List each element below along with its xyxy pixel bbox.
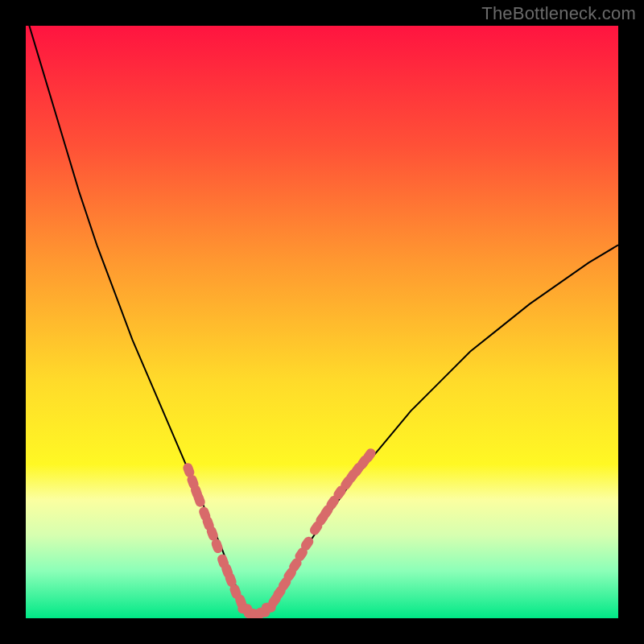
chart-frame: TheBottleneck.com <box>0 0 644 644</box>
plot-area <box>26 26 618 618</box>
marker-group <box>182 447 378 618</box>
watermark-text: TheBottleneck.com <box>481 3 636 24</box>
chart-svg <box>26 26 618 618</box>
